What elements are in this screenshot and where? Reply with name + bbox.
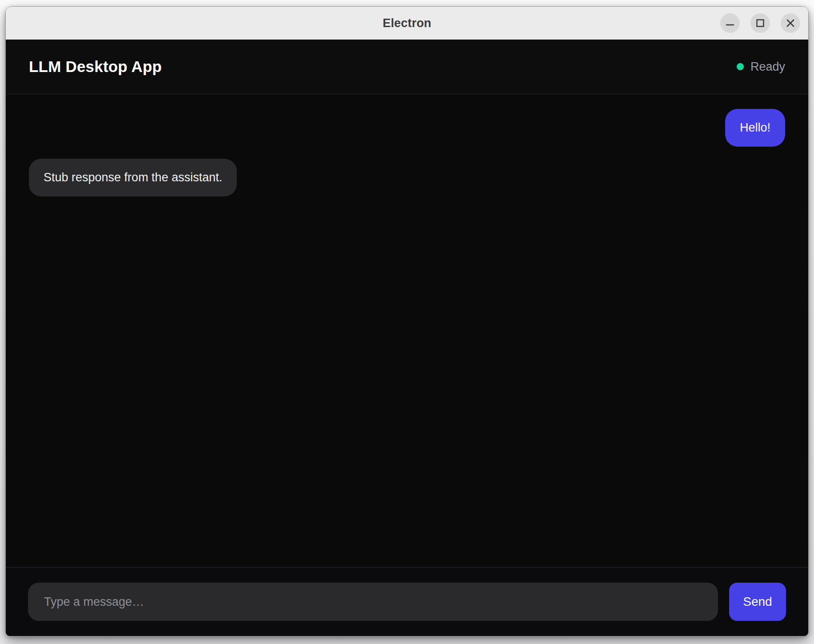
app-header: LLM Desktop App Ready xyxy=(6,40,808,94)
message-input[interactable] xyxy=(28,583,718,621)
desktop-background: Electron xyxy=(0,0,814,644)
status-text: Ready xyxy=(750,60,785,74)
minimize-button[interactable] xyxy=(720,13,740,33)
close-icon xyxy=(786,18,795,28)
maximize-icon xyxy=(755,18,765,28)
chat-message-list: Hello! Stub response from the assistant. xyxy=(6,94,808,567)
composer-bar: Send xyxy=(6,567,808,636)
app-window: Electron xyxy=(5,6,809,636)
maximize-button[interactable] xyxy=(750,13,770,33)
close-button[interactable] xyxy=(781,13,800,33)
minimize-icon xyxy=(725,18,735,28)
message-bubble-user: Hello! xyxy=(725,109,785,147)
message-text: Stub response from the assistant. xyxy=(44,171,222,184)
window-controls xyxy=(720,7,800,40)
status-dot-icon xyxy=(737,63,744,70)
app-content: LLM Desktop App Ready Hello! Stub respon… xyxy=(6,40,808,636)
message-bubble-assistant: Stub response from the assistant. xyxy=(29,159,237,196)
window-titlebar: Electron xyxy=(6,7,808,40)
send-button[interactable]: Send xyxy=(729,583,786,621)
message-text: Hello! xyxy=(740,121,770,134)
window-title: Electron xyxy=(383,16,431,30)
app-title: LLM Desktop App xyxy=(29,58,162,76)
status-indicator: Ready xyxy=(737,60,785,74)
